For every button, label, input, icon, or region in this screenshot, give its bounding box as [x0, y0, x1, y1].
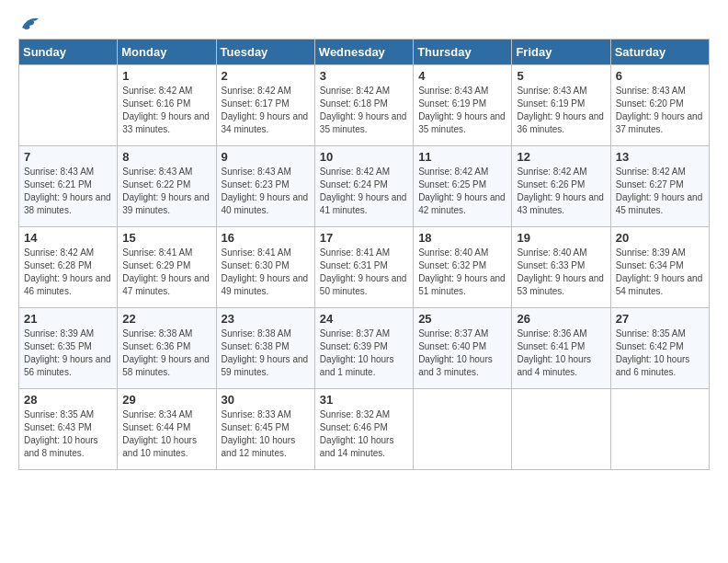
calendar-cell — [610, 389, 709, 470]
calendar-cell: 2Sunrise: 8:42 AMSunset: 6:17 PMDaylight… — [216, 65, 314, 146]
day-info: Sunrise: 8:42 AMSunset: 6:16 PMDaylight:… — [122, 85, 210, 136]
day-header-sunday: Sunday — [19, 40, 118, 65]
day-info: Sunrise: 8:40 AMSunset: 6:32 PMDaylight:… — [418, 247, 506, 298]
day-number: 20 — [616, 231, 704, 245]
calendar-cell: 1Sunrise: 8:42 AMSunset: 6:16 PMDaylight… — [118, 65, 216, 146]
calendar-week-row: 14Sunrise: 8:42 AMSunset: 6:28 PMDayligh… — [19, 227, 710, 308]
day-info: Sunrise: 8:42 AMSunset: 6:28 PMDaylight:… — [24, 247, 112, 298]
calendar-cell: 18Sunrise: 8:40 AMSunset: 6:32 PMDayligh… — [414, 227, 512, 308]
day-info: Sunrise: 8:39 AMSunset: 6:35 PMDaylight:… — [24, 327, 112, 379]
day-info: Sunrise: 8:43 AMSunset: 6:22 PMDaylight:… — [122, 166, 210, 217]
calendar-table: SundayMondayTuesdayWednesdayThursdayFrid… — [18, 39, 710, 470]
day-number: 31 — [320, 393, 408, 407]
day-number: 6 — [616, 69, 704, 83]
day-number: 26 — [517, 312, 605, 326]
logo — [18, 15, 40, 31]
calendar-cell: 19Sunrise: 8:40 AMSunset: 6:33 PMDayligh… — [512, 227, 610, 308]
calendar-cell: 7Sunrise: 8:43 AMSunset: 6:21 PMDaylight… — [19, 146, 118, 227]
day-info: Sunrise: 8:32 AMSunset: 6:46 PMDaylight:… — [320, 408, 408, 460]
day-info: Sunrise: 8:37 AMSunset: 6:39 PMDaylight:… — [320, 327, 408, 379]
calendar-cell: 15Sunrise: 8:41 AMSunset: 6:29 PMDayligh… — [118, 227, 216, 308]
day-number: 22 — [122, 312, 210, 326]
day-info: Sunrise: 8:36 AMSunset: 6:41 PMDaylight:… — [517, 327, 605, 379]
calendar-week-row: 1Sunrise: 8:42 AMSunset: 6:16 PMDaylight… — [19, 65, 710, 146]
day-info: Sunrise: 8:42 AMSunset: 6:18 PMDaylight:… — [320, 85, 408, 136]
day-info: Sunrise: 8:39 AMSunset: 6:34 PMDaylight:… — [616, 247, 704, 298]
day-info: Sunrise: 8:41 AMSunset: 6:30 PMDaylight:… — [222, 247, 310, 298]
day-number: 4 — [418, 69, 506, 83]
day-info: Sunrise: 8:42 AMSunset: 6:24 PMDaylight:… — [320, 166, 408, 217]
day-info: Sunrise: 8:41 AMSunset: 6:31 PMDaylight:… — [320, 247, 408, 298]
day-number: 15 — [122, 231, 210, 245]
day-number: 10 — [320, 150, 408, 164]
calendar-cell: 3Sunrise: 8:42 AMSunset: 6:18 PMDaylight… — [314, 65, 413, 146]
day-header-monday: Monday — [118, 40, 216, 65]
day-info: Sunrise: 8:33 AMSunset: 6:45 PMDaylight:… — [222, 408, 310, 460]
calendar-cell: 14Sunrise: 8:42 AMSunset: 6:28 PMDayligh… — [19, 227, 118, 308]
day-number: 18 — [418, 231, 506, 245]
day-number: 11 — [418, 150, 506, 164]
day-info: Sunrise: 8:43 AMSunset: 6:20 PMDaylight:… — [616, 85, 704, 136]
calendar-cell: 6Sunrise: 8:43 AMSunset: 6:20 PMDaylight… — [610, 65, 709, 146]
logo-bird-icon — [20, 15, 40, 31]
day-number: 9 — [222, 150, 310, 164]
page-header — [18, 15, 710, 31]
day-info: Sunrise: 8:43 AMSunset: 6:19 PMDaylight:… — [517, 85, 605, 136]
day-info: Sunrise: 8:42 AMSunset: 6:27 PMDaylight:… — [616, 166, 704, 217]
day-number: 30 — [222, 393, 310, 407]
day-number: 5 — [517, 69, 605, 83]
calendar-cell: 20Sunrise: 8:39 AMSunset: 6:34 PMDayligh… — [610, 227, 709, 308]
day-number: 23 — [222, 312, 310, 326]
calendar-cell: 31Sunrise: 8:32 AMSunset: 6:46 PMDayligh… — [314, 389, 413, 470]
day-number: 17 — [320, 231, 408, 245]
calendar-cell: 30Sunrise: 8:33 AMSunset: 6:45 PMDayligh… — [216, 389, 314, 470]
day-number: 1 — [122, 69, 210, 83]
day-info: Sunrise: 8:42 AMSunset: 6:17 PMDaylight:… — [222, 85, 310, 136]
day-number: 12 — [517, 150, 605, 164]
calendar-cell: 11Sunrise: 8:42 AMSunset: 6:25 PMDayligh… — [414, 146, 512, 227]
calendar-cell: 13Sunrise: 8:42 AMSunset: 6:27 PMDayligh… — [610, 146, 709, 227]
calendar-cell: 17Sunrise: 8:41 AMSunset: 6:31 PMDayligh… — [314, 227, 413, 308]
calendar-cell — [512, 389, 610, 470]
calendar-week-row: 28Sunrise: 8:35 AMSunset: 6:43 PMDayligh… — [19, 389, 710, 470]
day-number: 19 — [517, 231, 605, 245]
calendar-cell: 5Sunrise: 8:43 AMSunset: 6:19 PMDaylight… — [512, 65, 610, 146]
day-number: 8 — [122, 150, 210, 164]
calendar-cell: 8Sunrise: 8:43 AMSunset: 6:22 PMDaylight… — [118, 146, 216, 227]
calendar-cell: 28Sunrise: 8:35 AMSunset: 6:43 PMDayligh… — [19, 389, 118, 470]
day-number: 13 — [616, 150, 704, 164]
day-info: Sunrise: 8:37 AMSunset: 6:40 PMDaylight:… — [418, 327, 506, 379]
day-info: Sunrise: 8:43 AMSunset: 6:23 PMDaylight:… — [222, 166, 310, 217]
day-number: 16 — [222, 231, 310, 245]
calendar-cell: 9Sunrise: 8:43 AMSunset: 6:23 PMDaylight… — [216, 146, 314, 227]
calendar-cell: 29Sunrise: 8:34 AMSunset: 6:44 PMDayligh… — [118, 389, 216, 470]
calendar-cell — [414, 389, 512, 470]
day-info: Sunrise: 8:43 AMSunset: 6:19 PMDaylight:… — [418, 85, 506, 136]
calendar-cell: 26Sunrise: 8:36 AMSunset: 6:41 PMDayligh… — [512, 308, 610, 389]
day-number: 14 — [24, 231, 112, 245]
day-info: Sunrise: 8:40 AMSunset: 6:33 PMDaylight:… — [517, 247, 605, 298]
day-info: Sunrise: 8:41 AMSunset: 6:29 PMDaylight:… — [122, 247, 210, 298]
day-info: Sunrise: 8:35 AMSunset: 6:42 PMDaylight:… — [616, 327, 704, 379]
day-number: 2 — [222, 69, 310, 83]
day-info: Sunrise: 8:35 AMSunset: 6:43 PMDaylight:… — [24, 408, 112, 460]
day-number: 25 — [418, 312, 506, 326]
calendar-cell: 24Sunrise: 8:37 AMSunset: 6:39 PMDayligh… — [314, 308, 413, 389]
day-info: Sunrise: 8:38 AMSunset: 6:38 PMDaylight:… — [222, 327, 310, 379]
day-info: Sunrise: 8:42 AMSunset: 6:25 PMDaylight:… — [418, 166, 506, 217]
calendar-cell: 21Sunrise: 8:39 AMSunset: 6:35 PMDayligh… — [19, 308, 118, 389]
day-header-wednesday: Wednesday — [314, 40, 413, 65]
day-header-saturday: Saturday — [610, 40, 709, 65]
day-number: 28 — [24, 393, 112, 407]
day-number: 7 — [24, 150, 112, 164]
day-number: 21 — [24, 312, 112, 326]
calendar-header-row: SundayMondayTuesdayWednesdayThursdayFrid… — [19, 40, 710, 65]
calendar-cell: 23Sunrise: 8:38 AMSunset: 6:38 PMDayligh… — [216, 308, 314, 389]
day-number: 24 — [320, 312, 408, 326]
day-header-tuesday: Tuesday — [216, 40, 314, 65]
calendar-cell: 22Sunrise: 8:38 AMSunset: 6:36 PMDayligh… — [118, 308, 216, 389]
day-number: 27 — [616, 312, 704, 326]
calendar-cell: 27Sunrise: 8:35 AMSunset: 6:42 PMDayligh… — [610, 308, 709, 389]
day-info: Sunrise: 8:38 AMSunset: 6:36 PMDaylight:… — [122, 327, 210, 379]
day-header-friday: Friday — [512, 40, 610, 65]
